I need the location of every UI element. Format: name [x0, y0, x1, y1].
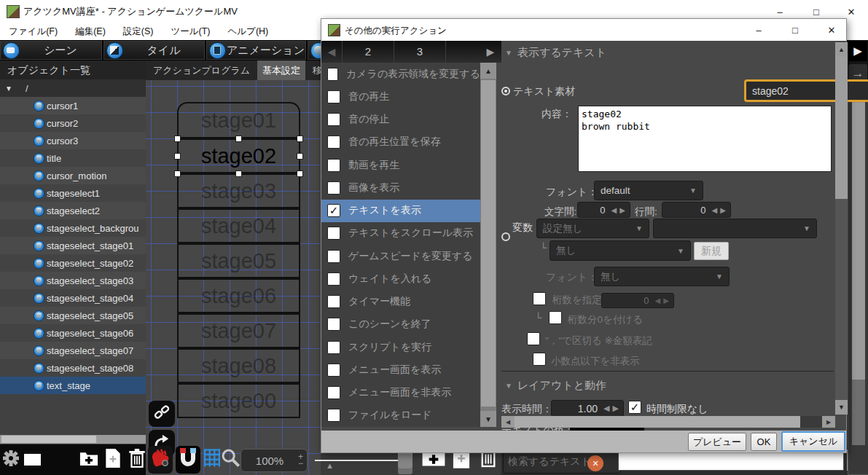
- list-item[interactable]: stageselect_stage07: [0, 342, 146, 359]
- list-item[interactable]: stageselect_stage02: [0, 254, 146, 272]
- variable-dropdown-1[interactable]: 設定無し ▼: [536, 219, 649, 238]
- list-item[interactable]: stageselect2: [0, 202, 146, 219]
- action-checkbox[interactable]: [327, 227, 340, 240]
- list-item[interactable]: cursor3: [0, 132, 146, 149]
- char-spacing-stepper[interactable]: 0 ◀ ▶: [577, 202, 630, 218]
- stage-box-stage06[interactable]: stage06: [177, 278, 300, 313]
- list-item[interactable]: stageselect_stage04: [0, 289, 146, 307]
- stage-box-stage07[interactable]: stage07: [177, 313, 300, 348]
- selection-handle[interactable]: [235, 136, 242, 142]
- stage-box-stage03[interactable]: stage03: [177, 173, 300, 208]
- list-item[interactable]: cursor2: [0, 114, 146, 132]
- selection-handle[interactable]: [297, 153, 303, 160]
- selection-handle[interactable]: [297, 136, 303, 142]
- panel-scroll-track[interactable]: [835, 57, 848, 400]
- list-item[interactable]: text_stage: [0, 377, 146, 394]
- digits-checkbox[interactable]: [533, 292, 546, 305]
- menu-item[interactable]: ファイル(F): [0, 22, 66, 42]
- search-clear-button[interactable]: ✕: [587, 455, 603, 471]
- trash-icon[interactable]: [128, 448, 146, 471]
- action-checkbox[interactable]: [327, 68, 338, 81]
- action-checkbox[interactable]: [327, 386, 340, 399]
- action-row-カメラの表示領域を変更する[interactable]: カメラの表示領域を変更する: [321, 63, 480, 85]
- checklist-scroll-up[interactable]: ▲: [480, 63, 496, 79]
- action-row-ウェイトを入れる[interactable]: ウェイトを入れる: [321, 267, 480, 290]
- decrement-icon[interactable]: ◀: [602, 404, 611, 413]
- maximize-button[interactable]: □: [805, 4, 827, 20]
- decrement-icon[interactable]: ◀: [610, 206, 619, 214]
- dialog-maximize-button[interactable]: □: [784, 22, 806, 38]
- menu-item[interactable]: ツール(T): [162, 22, 219, 42]
- zoom-slider-marker[interactable]: ▲: [326, 461, 334, 470]
- line-spacing-stepper[interactable]: 0 ◀ ▶: [662, 202, 731, 218]
- page-prev-button[interactable]: ◀: [321, 46, 342, 58]
- action-row-ファイルをロード[interactable]: ファイルをロード: [321, 404, 480, 427]
- action-checkbox[interactable]: [327, 295, 340, 308]
- stage-box-stage04[interactable]: stage04: [177, 208, 300, 243]
- action-row-スクリプトを実行[interactable]: スクリプトを実行: [321, 336, 480, 358]
- checklist-scroll-thumb[interactable]: [481, 80, 496, 407]
- list-item[interactable]: stageselect_stage01: [0, 237, 146, 254]
- action-checkbox[interactable]: [327, 364, 340, 377]
- zoom-out-icon[interactable]: −: [298, 460, 303, 467]
- selection-handle[interactable]: [174, 136, 181, 142]
- font2-dropdown[interactable]: 無し ▼: [594, 267, 730, 286]
- action-row-テキストをスクロール表示[interactable]: テキストをスクロール表示: [321, 222, 480, 245]
- action-checkbox[interactable]: [327, 113, 340, 126]
- snap-magnet-button[interactable]: [176, 446, 200, 474]
- new-item-icon[interactable]: [105, 448, 121, 471]
- object-tree-root[interactable]: ▼ /: [0, 79, 146, 97]
- increment-icon[interactable]: ▶: [618, 206, 627, 214]
- display-time-stepper[interactable]: 1.00 ◀ ▶: [551, 400, 624, 417]
- memo-text-field[interactable]: [618, 452, 844, 471]
- list-item[interactable]: stageselect_backgrou: [0, 219, 146, 237]
- list-item[interactable]: stageselect_stage03: [0, 272, 146, 289]
- scene-canvas[interactable]: stage01stage02stage03stage04stage05stage…: [146, 80, 321, 475]
- action-row-音の再生位置を保存[interactable]: 音の再生位置を保存: [321, 131, 480, 154]
- action-row-テキストを表示[interactable]: ✓テキストを表示: [321, 200, 480, 222]
- action-checkbox[interactable]: [327, 272, 340, 286]
- preview-button[interactable]: プレビュー: [688, 433, 746, 451]
- stage-box-stage02[interactable]: stage02: [177, 138, 300, 173]
- panel-hscrollbar[interactable]: ◀ ▶: [501, 416, 835, 428]
- tab-アニメーション[interactable]: アニメーション: [206, 41, 306, 60]
- canvas-tab-移動[interactable]: 移動: [308, 60, 321, 80]
- zoom-level-control[interactable]: 100% + −: [241, 449, 308, 472]
- selection-handle[interactable]: [235, 170, 242, 177]
- page-3-tab[interactable]: 3: [394, 41, 446, 63]
- grid-toggle-icon[interactable]: [204, 448, 220, 471]
- increment-icon[interactable]: ▶: [611, 404, 620, 413]
- close-button[interactable]: ✕: [840, 4, 862, 20]
- variable-sub-dropdown[interactable]: 無し ▼: [550, 240, 691, 261]
- action-checkbox[interactable]: [327, 250, 340, 263]
- action-checkbox[interactable]: [327, 90, 340, 103]
- action-row-音の停止[interactable]: 音の停止: [321, 109, 480, 131]
- stage-box-stage01[interactable]: stage01: [177, 102, 300, 138]
- canvas-tab-アクションプログラム[interactable]: アクションプログラム: [148, 60, 255, 80]
- canvas-tab-基本設定[interactable]: 基本設定: [257, 60, 305, 80]
- dialog-minimize-button[interactable]: –: [748, 22, 770, 38]
- action-checkbox[interactable]: [327, 181, 340, 195]
- list-item[interactable]: cursor_motion: [0, 167, 146, 184]
- action-row-画像を表示[interactable]: 画像を表示: [321, 176, 480, 199]
- list-item[interactable]: title: [0, 149, 146, 167]
- action-checkbox[interactable]: [327, 318, 340, 331]
- increment-icon[interactable]: ▶: [719, 206, 727, 214]
- action-checkbox[interactable]: [327, 341, 340, 354]
- page-2-tab[interactable]: 2: [342, 41, 394, 63]
- ok-button[interactable]: OK: [751, 433, 777, 451]
- action-row-メニュー画面を表示[interactable]: メニュー画面を表示: [321, 358, 480, 381]
- list-item[interactable]: stageselect_stage08: [0, 359, 146, 377]
- action-checkbox[interactable]: [327, 159, 340, 172]
- variable-radio[interactable]: [501, 232, 510, 241]
- action-row-動画を再生[interactable]: 動画を再生: [321, 154, 480, 176]
- menu-item[interactable]: ヘルプ(H): [219, 22, 278, 42]
- panel-scroll-down[interactable]: ▼: [835, 400, 848, 415]
- link-tool-button[interactable]: [149, 401, 175, 427]
- selection-handle[interactable]: [174, 153, 181, 160]
- menu-item[interactable]: 設定(S): [114, 22, 163, 42]
- action-row-タイマー機能[interactable]: タイマー機能: [321, 291, 480, 313]
- film-frame-icon[interactable]: [24, 452, 41, 468]
- hand-tool-button[interactable]: [148, 446, 173, 474]
- text-material-dropdown[interactable]: stage02 ▼: [744, 79, 868, 102]
